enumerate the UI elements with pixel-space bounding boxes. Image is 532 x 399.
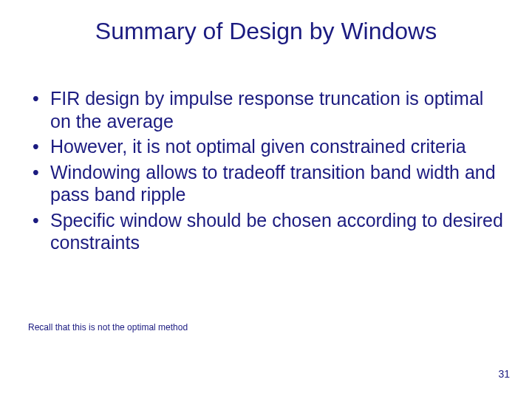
slide: Summary of Design by Windows FIR design …	[0, 0, 532, 399]
bullet-list: FIR design by impulse response truncatio…	[28, 87, 504, 254]
bullet-item: FIR design by impulse response truncatio…	[28, 87, 504, 132]
footnote-text: Recall that this is not the optimal meth…	[28, 322, 188, 332]
bullet-item: Specific window should be chosen accordi…	[28, 209, 504, 254]
page-number: 31	[498, 368, 510, 380]
bullet-item: However, it is not optimal given constra…	[28, 135, 504, 158]
bullet-item: Windowing allows to tradeoff transition …	[28, 161, 504, 206]
slide-title: Summary of Design by Windows	[0, 18, 532, 45]
slide-body: FIR design by impulse response truncatio…	[28, 87, 504, 257]
